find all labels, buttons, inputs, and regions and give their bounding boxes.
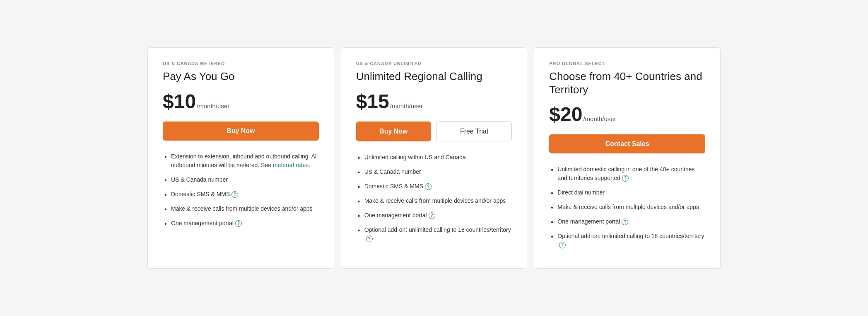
plan-title: Choose from 40+ Countries and Territory xyxy=(549,70,705,96)
button-group: Contact Sales xyxy=(549,134,705,153)
buy-now-button[interactable]: Buy Now xyxy=(356,122,431,141)
free-trial-button[interactable]: Free Trial xyxy=(436,122,512,141)
plan-category: PRO GLOBAL SELECT xyxy=(549,61,705,66)
price-container: $20/month/user xyxy=(549,105,705,124)
feature-item: Optional add-on: unlimited calling to 18… xyxy=(356,226,512,243)
feature-item: Make & receive calls from multiple devic… xyxy=(356,197,512,205)
price-per: /month/user xyxy=(390,102,423,109)
help-icon[interactable]: ? xyxy=(559,242,566,248)
help-icon[interactable]: ? xyxy=(622,175,629,182)
feature-item: One management portal? xyxy=(356,211,512,220)
price-dollar: $10 xyxy=(163,92,196,112)
price-container: $15/month/user xyxy=(356,92,512,112)
feature-item: US & Canada number xyxy=(356,168,512,176)
help-icon[interactable]: ? xyxy=(366,236,373,242)
features-list: Extension to extension, inbound and outb… xyxy=(163,152,319,228)
feature-item: One management portal? xyxy=(163,219,319,228)
feature-item: One management portal? xyxy=(549,217,705,226)
metered-rates-link[interactable]: metered rates xyxy=(273,162,309,168)
feature-item: Direct dial number xyxy=(549,188,705,197)
contact-sales-button[interactable]: Contact Sales xyxy=(549,134,705,153)
price-dollar: $15 xyxy=(356,92,389,112)
pricing-card-unlimited: US & CANADA UNLIMITEDUnlimited Regional … xyxy=(341,47,528,268)
feature-item: Extension to extension, inbound and outb… xyxy=(163,152,319,170)
feature-item: Make & receive calls from multiple devic… xyxy=(549,203,705,211)
feature-item: Unlimited domestic calling in one of the… xyxy=(549,165,705,182)
feature-item: Domestic SMS & MMS? xyxy=(356,182,512,191)
plan-title: Pay As You Go xyxy=(163,70,319,83)
price-container: $10/month/user xyxy=(163,92,319,112)
help-icon[interactable]: ? xyxy=(231,191,238,198)
buy-now-button[interactable]: Buy Now xyxy=(163,122,319,141)
feature-item: Domestic SMS & MMS? xyxy=(163,190,319,199)
help-icon[interactable]: ? xyxy=(425,183,432,190)
button-group: Buy NowFree Trial xyxy=(356,122,512,141)
pricing-card-metered: US & CANADA METEREDPay As You Go$10/mont… xyxy=(147,47,334,268)
pricing-container: US & CANADA METEREDPay As You Go$10/mont… xyxy=(144,47,724,268)
feature-item: Make & receive calls from multiple devic… xyxy=(163,204,319,213)
plan-title: Unlimited Regional Calling xyxy=(356,70,512,83)
plan-category: US & CANADA METERED xyxy=(163,61,319,66)
price-per: /month/user xyxy=(197,102,229,109)
price-dollar: $20 xyxy=(549,105,582,124)
feature-item: Unlimited calling within US and Canada xyxy=(356,153,512,162)
features-list: Unlimited calling within US and CanadaUS… xyxy=(356,153,512,243)
feature-item: Optional add-on: unlimited calling to 18… xyxy=(549,232,705,249)
pricing-card-pro-global: PRO GLOBAL SELECTChoose from 40+ Countri… xyxy=(534,47,721,268)
button-group: Buy Now xyxy=(163,122,319,141)
price-per: /month/user xyxy=(583,115,616,122)
help-icon[interactable]: ? xyxy=(429,212,435,219)
features-list: Unlimited domestic calling in one of the… xyxy=(549,165,705,249)
feature-item: US & Canada number xyxy=(163,175,319,184)
help-icon[interactable]: ? xyxy=(622,219,628,225)
help-icon[interactable]: ? xyxy=(235,220,242,227)
plan-category: US & CANADA UNLIMITED xyxy=(356,61,512,66)
